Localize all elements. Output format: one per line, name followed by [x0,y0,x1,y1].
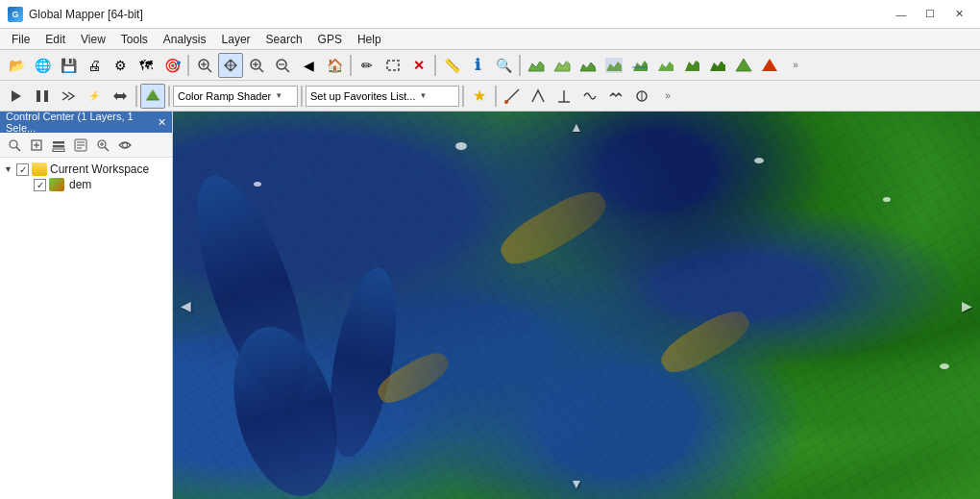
delete-button[interactable]: ✕ [406,53,431,78]
workspace-item[interactable]: ▼ ✓ Current Workspace [2,162,170,177]
zoom-box-button[interactable] [192,53,217,78]
svg-rect-12 [605,58,623,73]
map-area[interactable]: ▲ ▼ ◀ ▶ [173,112,980,499]
nav-arrow-top[interactable]: ▲ [570,119,583,135]
maximize-button[interactable]: ☐ [917,4,943,25]
draw-tool-2[interactable] [526,84,551,109]
pan-button[interactable] [218,53,243,78]
cc-visibility-button[interactable] [114,136,135,155]
search-feature-button[interactable]: 🔍 [491,53,516,78]
dem-background: ▲ ▼ ◀ ▶ [173,112,980,499]
shader-dropdown[interactable]: Color Ramp Shader ▼ [173,86,298,107]
print-button[interactable]: 🖨 [82,53,107,78]
back-button[interactable]: ◀ [296,53,321,78]
cc-search-button[interactable] [4,136,25,155]
draw-tool-1[interactable] [500,84,525,109]
tb2-btn2[interactable] [30,84,55,109]
svg-marker-16 [12,90,21,102]
workspace-expand-arrow: ▼ [4,164,13,174]
map-button[interactable]: 🗺 [134,53,159,78]
dem-checkbox[interactable]: ✓ [34,179,46,191]
menu-view[interactable]: View [73,29,113,49]
tb2-btn5[interactable] [108,84,133,109]
svg-marker-15 [762,59,777,71]
settings-button[interactable]: ⚙ [108,53,133,78]
info-button[interactable]: ℹ [465,53,490,78]
favorites-dropdown[interactable]: Set up Favorites List... ▼ [306,86,459,107]
nav-arrow-right[interactable]: ▶ [962,298,972,313]
measure-button[interactable]: 📏 [439,53,464,78]
cc-toolbar [0,133,172,158]
svg-rect-30 [53,141,64,144]
terrain-btn-9[interactable] [731,53,756,78]
terrain-btn-6[interactable] [653,53,678,78]
menu-layer[interactable]: Layer [214,29,258,49]
open-folder-button[interactable]: 📂 [4,53,29,78]
workspace-label: Current Workspace [50,162,149,176]
terrain-btn-4[interactable] [601,53,626,78]
favorites-label: Set up Favorites List... [310,90,415,102]
tb2-sep1 [135,86,137,107]
tb2-btn1[interactable] [4,84,29,109]
nav-arrow-bottom[interactable]: ▼ [570,476,583,491]
star-button[interactable]: ★ [467,84,492,109]
zoom-out-button[interactable] [270,53,295,78]
cc-new-layer-button[interactable] [26,136,47,155]
cc-properties-button[interactable] [70,136,91,155]
tb2-sep5 [495,86,497,107]
3d-view-button[interactable] [140,84,165,109]
menu-help[interactable]: Help [350,29,389,49]
svg-rect-32 [53,149,64,152]
shader-label: Color Ramp Shader [178,90,271,102]
more-draw-button[interactable]: » [655,84,680,109]
menu-file[interactable]: File [4,29,37,49]
svg-rect-31 [53,145,64,148]
menu-gps[interactable]: GPS [310,29,350,49]
main-area: Control Center (1 Layers, 1 Sele... ✕ [0,112,980,499]
svg-rect-11 [387,61,399,70]
dem-layer-icon [49,178,64,191]
nav-arrow-left[interactable]: ◀ [181,298,191,313]
svg-rect-18 [44,90,48,102]
capture-button[interactable]: 🎯 [159,53,184,78]
minimize-button[interactable]: — [888,4,915,25]
home-button[interactable]: 🏠 [322,53,347,78]
terrain-btn-2[interactable] [550,53,575,78]
workspace-checkbox[interactable]: ✓ [16,163,29,176]
tb2-btn3[interactable] [56,84,81,109]
select-rect-button[interactable] [380,53,405,78]
favorites-arrow: ▼ [419,91,427,100]
close-button[interactable]: ✕ [945,4,972,25]
svg-line-38 [105,147,109,151]
terrain-btn-1[interactable] [524,53,549,78]
zoom-in-button[interactable] [244,53,269,78]
toolbar2: ⚡ Color Ramp Shader ▼ Set up Favorites L… [0,81,980,112]
cc-close-button[interactable]: ✕ [158,116,166,129]
terrain-btn-3[interactable] [576,53,600,78]
draw-tool-4[interactable] [577,84,602,109]
svg-line-5 [259,68,263,72]
svg-point-25 [10,140,17,148]
map-canvas: ▲ ▼ ◀ ▶ [173,112,980,499]
dem-layer-item[interactable]: ✓ dem [2,177,170,192]
sep2 [350,55,352,76]
open-web-button[interactable]: 🌐 [30,53,55,78]
digitize-button[interactable]: ✏ [355,53,380,78]
menu-tools[interactable]: Tools [113,29,156,49]
terrain-btn-5[interactable] [627,53,652,78]
terrain-btn-10[interactable] [757,53,782,78]
cc-layers-button[interactable] [48,136,69,155]
draw-tool-5[interactable] [603,84,628,109]
menu-analysis[interactable]: Analysis [156,29,214,49]
menu-search[interactable]: Search [258,29,310,49]
menu-edit[interactable]: Edit [37,29,73,49]
more-terrain-button[interactable]: » [783,53,808,78]
cc-zoom-button[interactable] [92,136,113,155]
draw-tool-3[interactable] [551,84,576,109]
terrain-btn-7[interactable] [679,53,704,78]
tb2-sep2 [168,86,170,107]
terrain-btn-8[interactable] [705,53,730,78]
save-button[interactable]: 💾 [56,53,81,78]
draw-tool-6[interactable] [629,84,654,109]
tb2-btn4[interactable]: ⚡ [82,84,107,109]
